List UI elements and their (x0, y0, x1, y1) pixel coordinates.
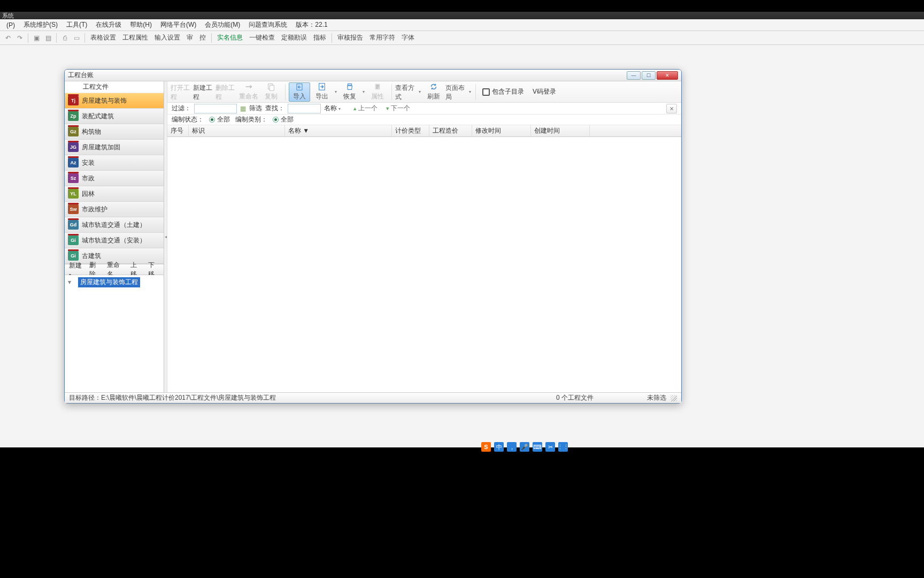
category-item[interactable]: Gz构筑物 (65, 124, 164, 140)
realname-info[interactable]: 实名信息 (214, 32, 246, 43)
ime-menu-icon[interactable]: ⋮⋮ (558, 442, 568, 452)
toolbar-refresh[interactable]: 刷新 (423, 82, 444, 102)
dropdown-arrow-icon[interactable]: ▾ (418, 89, 422, 94)
app-titlebar: 系统 (0, 12, 924, 19)
menu-item[interactable]: 工具(T) (62, 19, 91, 31)
ime-lang-icon[interactable]: 中 (494, 442, 504, 452)
ime-panel[interactable]: S 中 ， 🎤 ⌨ ✂ ⋮⋮ (481, 442, 568, 452)
menu-item[interactable]: (P) (2, 20, 19, 30)
close-button[interactable]: ✕ (657, 71, 678, 80)
toolbar-restore[interactable]: 恢复 (339, 82, 360, 102)
redo-icon[interactable]: ↷ (14, 32, 26, 44)
project-tree[interactable]: ▾ 房屋建筑与装饰工程 (65, 275, 164, 392)
page-icon[interactable]: ▭ (71, 32, 82, 44)
menu-item[interactable]: 在线升级 (91, 19, 126, 31)
compile-state-all[interactable]: 全部 (209, 115, 230, 124)
ime-tool-icon[interactable]: ✂ (545, 442, 555, 452)
menu-item[interactable]: 网络平台(W) (156, 19, 201, 31)
category-item[interactable]: Zp装配式建筑 (65, 109, 164, 124)
quota-errata[interactable]: 定额勘误 (278, 32, 310, 43)
indicator[interactable]: 指标 (310, 32, 329, 43)
category-icon: Gi (68, 235, 79, 245)
column-header[interactable]: 工程造价 (429, 125, 472, 136)
input-settings[interactable]: 输入设置 (151, 32, 183, 43)
category-icon: Sz (68, 173, 79, 183)
common-chars[interactable]: 常用字符 (366, 32, 398, 43)
category-icon: Gz (68, 127, 79, 136)
compile-state-label: 编制状态： (172, 115, 204, 124)
audit-report[interactable]: 审核报告 (334, 32, 366, 43)
find-field-dropdown[interactable]: 名称 ▾ (324, 104, 341, 113)
dropdown-arrow-icon[interactable]: ▾ (468, 89, 472, 94)
tree-toolbar: 新建删除重命名上移下移 (65, 264, 164, 275)
print-icon[interactable]: ⎙ (59, 32, 71, 44)
dropdown-arrow-icon[interactable]: ▾ (361, 89, 366, 94)
grid-header: 序号标识名称 ▼计价类型工程造价修改时间创建时间 (167, 125, 681, 137)
audit[interactable]: 审 (183, 32, 196, 43)
menu-item[interactable]: 会员功能(M) (201, 19, 244, 31)
category-item[interactable]: Sw市政维护 (65, 202, 164, 217)
toolbar-copy[interactable]: 复制 (260, 82, 282, 102)
rename-icon (244, 82, 253, 91)
category-label: 市政 (82, 174, 95, 183)
tree-item-selected[interactable]: 房屋建筑与装饰工程 (78, 277, 140, 287)
find-next[interactable]: ▼下一个 (383, 104, 412, 113)
find-input[interactable] (288, 104, 321, 113)
menu-item[interactable]: 帮助(H) (126, 19, 156, 31)
ime-keyboard-icon[interactable]: ⌨ (533, 442, 542, 452)
minimize-button[interactable]: — (627, 71, 641, 80)
column-header[interactable]: 修改时间 (472, 125, 531, 136)
menu-item[interactable]: 系统维护(S) (19, 19, 62, 31)
vcode-login[interactable]: V码登录 (533, 87, 556, 96)
compile-type-all[interactable]: 全部 (273, 115, 294, 124)
project-props[interactable]: 工程属性 (119, 32, 151, 43)
column-header[interactable]: 创建时间 (531, 125, 590, 136)
doc-icon[interactable]: ▤ (42, 32, 54, 44)
one-click-check[interactable]: 一键检查 (246, 32, 278, 43)
resize-grip[interactable] (671, 395, 677, 401)
column-header[interactable]: 计价类型 (392, 125, 429, 136)
grid-body (167, 137, 681, 392)
category-item[interactable]: Gd城市轨道交通（土建） (65, 217, 164, 233)
category-item[interactable]: YL园林 (65, 186, 164, 202)
font[interactable]: 字体 (398, 32, 418, 43)
ime-punct-icon[interactable]: ， (507, 442, 517, 452)
menu-item[interactable]: 版本：22.1 (291, 19, 332, 31)
toolbar-newdoc[interactable]: 新建工程 (193, 82, 214, 102)
filter-icon[interactable]: ▦ (240, 105, 246, 112)
path-label: 目标路径： (69, 393, 101, 402)
include-subfolders-checkbox[interactable]: 包含子目录 (479, 87, 527, 96)
filter-button[interactable]: 筛选 (249, 104, 262, 113)
clear-filter-button[interactable]: ⨯ (666, 104, 677, 113)
ime-sogou-icon[interactable]: S (481, 442, 491, 452)
category-label: 装配式建筑 (82, 112, 114, 121)
toolbar-export[interactable]: 导出 (311, 82, 333, 102)
toolbar-rename[interactable]: 重命名 (238, 82, 259, 102)
toolbar-layout[interactable]: 页面布局 (445, 82, 467, 102)
toolbar-props[interactable]: 属性 (367, 82, 388, 102)
column-header[interactable]: 标识 (189, 125, 285, 136)
undo-icon[interactable]: ↶ (2, 32, 14, 44)
dropdown-arrow-icon[interactable]: ▾ (334, 89, 338, 94)
column-header[interactable]: 名称 ▼ (285, 125, 392, 136)
category-item[interactable]: Gi城市轨道交通（安装） (65, 233, 164, 248)
project-ledger-dialog: 工程台账 — ☐ ✕ 工程文件 Tj房屋建筑与装饰Zp装配式建筑Gz构筑物JG房… (64, 69, 682, 404)
filter-input[interactable] (194, 104, 237, 113)
category-icon: Tj (68, 96, 79, 105)
ime-mic-icon[interactable]: 🎤 (520, 442, 529, 452)
maximize-button[interactable]: ☐ (642, 71, 656, 80)
toolbar-delete[interactable]: 删除工程 (215, 82, 237, 102)
column-header[interactable]: 序号 (167, 125, 189, 136)
toolbar-import[interactable]: 导入 (289, 82, 310, 102)
menu-item[interactable]: 问题查询系统 (244, 19, 291, 31)
category-item[interactable]: Az安装 (65, 155, 164, 171)
control[interactable]: 控 (196, 32, 209, 43)
save-icon[interactable]: ▣ (30, 32, 42, 44)
toolbar-view[interactable]: 查看方式 (395, 82, 417, 102)
category-item[interactable]: Tj房屋建筑与装饰 (65, 93, 164, 109)
find-prev[interactable]: ▲上一个 (350, 104, 380, 113)
category-item[interactable]: JG房屋建筑加固 (65, 140, 164, 155)
table-settings[interactable]: 表格设置 (87, 32, 119, 43)
toolbar-folder[interactable]: 打开工程 (171, 82, 192, 102)
category-item[interactable]: Sz市政 (65, 171, 164, 186)
